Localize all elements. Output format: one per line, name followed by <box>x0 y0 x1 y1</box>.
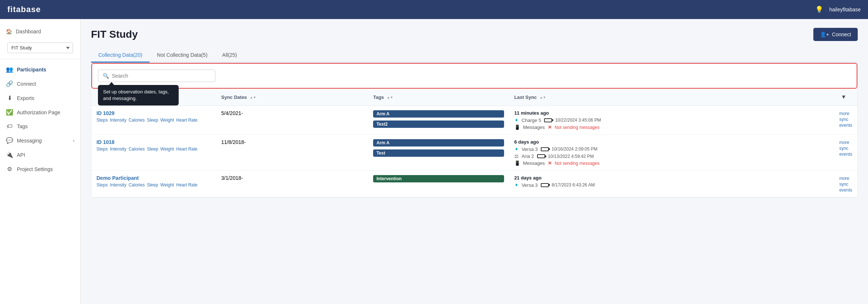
tags-list: Arm A Test <box>373 139 504 158</box>
filter-button[interactable]: ▼ <box>839 92 848 102</box>
participants-icon: 👥 <box>6 66 13 73</box>
data-type-intensity[interactable]: Intensity <box>110 182 127 188</box>
username: haileyfitabase <box>829 7 861 12</box>
sync-dates-value: 3/1/2018- <box>221 175 243 181</box>
connect-icon-btn: 👤+ <box>820 31 829 37</box>
settings-icon: ⚙ <box>6 166 13 173</box>
device-row-aria: ⚖ Aria 2 10/13/2022 4:59:42 PM <box>514 153 829 159</box>
more-sync-cell: more sync events <box>834 106 857 135</box>
more-sync-link[interactable]: more sync events <box>839 176 852 193</box>
participant-id-link[interactable]: ID 1029 <box>96 110 114 116</box>
data-type-weight[interactable]: Weight <box>160 147 174 152</box>
sidebar-item-messaging[interactable]: 💬 Messaging › <box>0 133 80 148</box>
last-sync-cell: 11 minutes ago ✦ Charge 5 10/22/2024 3:4… <box>509 106 834 135</box>
sidebar-item-settings[interactable]: ⚙ Project Settings <box>0 162 80 176</box>
chevron-right-icon: › <box>73 138 74 143</box>
sidebar-item-label: Tags <box>17 123 28 129</box>
tag-test2[interactable]: Test2 <box>373 121 504 128</box>
sidebar-item-label: Authorization Page <box>17 110 60 115</box>
sync-detail: 10/22/2024 3:45:06 PM <box>555 118 601 123</box>
app-logo: fitabase <box>7 5 41 14</box>
last-sync-info: 6 days ago ✦ Versa 3 10/16/2024 2:09:05 … <box>514 139 829 166</box>
data-type-sleep[interactable]: Sleep <box>147 182 158 188</box>
study-selector[interactable]: FIT Study <box>7 42 73 53</box>
tabs: Collecting Data(20) Not Collecting Data(… <box>91 48 858 63</box>
data-type-calories[interactable]: Calories <box>128 147 145 152</box>
sort-arrows-last-sync: ▲▼ <box>540 96 546 99</box>
participant-cell: ID 1018 Steps Intensity Calories Sleep W… <box>91 135 216 171</box>
sidebar-item-exports[interactable]: ⬇ Exports <box>0 91 80 105</box>
search-icon: 🔍 <box>103 73 109 79</box>
col-tags[interactable]: Tags ▲▼ <box>368 89 509 106</box>
data-type-steps[interactable]: Steps <box>96 147 108 152</box>
participants-table-wrapper: 🔍 Set up observation dates, tags, and me… <box>91 63 858 198</box>
data-type-intensity[interactable]: Intensity <box>110 147 127 152</box>
home-icon: 🏠 <box>6 29 12 34</box>
col-last-sync[interactable]: Last Sync ▲▼ <box>509 89 834 106</box>
more-sync-cell: more sync events <box>834 171 857 197</box>
sidebar-item-dashboard[interactable]: 🏠 Dashboard <box>0 25 80 38</box>
search-input[interactable] <box>112 73 211 79</box>
device-name: Charge 5 <box>522 118 541 123</box>
bulb-icon[interactable]: 💡 <box>815 5 823 14</box>
sync-time: 11 minutes ago <box>514 110 829 116</box>
exports-icon: ⬇ <box>6 94 13 101</box>
sync-detail: 10/13/2022 4:59:42 PM <box>548 154 594 159</box>
sidebar-item-connect[interactable]: 🔗 Connect <box>0 77 80 91</box>
sync-dates-cell: 3/1/2018- <box>216 171 368 197</box>
tag-arm-a[interactable]: Arm A <box>373 110 504 118</box>
search-section: 🔍 Set up observation dates, tags, and me… <box>91 63 857 89</box>
more-sync-link[interactable]: more sync events <box>839 140 852 157</box>
tooltip-text: Set up observation dates, tags, and mess… <box>103 89 169 101</box>
battery-icon <box>541 183 549 187</box>
data-type-weight[interactable]: Weight <box>160 182 174 188</box>
phone-icon: 📱 <box>514 160 520 166</box>
more-sync-link[interactable]: more sync events <box>839 111 852 128</box>
battery-icon <box>544 118 552 122</box>
tab-collecting-data[interactable]: Collecting Data(20) <box>91 48 150 63</box>
sidebar-item-authorization[interactable]: ✅ Authorization Page <box>0 105 80 119</box>
tab-not-collecting[interactable]: Not Collecting Data(5) <box>150 48 215 63</box>
connect-icon: 🔗 <box>6 80 13 87</box>
tag-arm-a[interactable]: Arm A <box>373 139 504 147</box>
main-content: FIT Study 👤+ Connect Collecting Data(20)… <box>81 19 868 304</box>
col-sync-dates[interactable]: Sync Dates ▲▼ <box>216 89 368 106</box>
data-type-heart-rate[interactable]: Heart Rate <box>176 147 197 152</box>
participant-id-link[interactable]: ID 1018 <box>96 139 114 145</box>
top-nav-right: 💡 haileyfitabase <box>815 5 861 14</box>
sidebar-item-tags[interactable]: 🏷 Tags <box>0 119 80 133</box>
participant-id-link[interactable]: Demo Participant <box>96 175 139 181</box>
data-type-sleep[interactable]: Sleep <box>147 118 158 123</box>
sidebar-item-label: Messaging <box>17 138 42 144</box>
last-sync-cell: 21 days ago ✦ Versa 3 8/17/2023 6:43:26 … <box>509 171 834 197</box>
sidebar-item-api[interactable]: 🔌 API <box>0 148 80 162</box>
page-title: FIT Study <box>91 29 138 40</box>
sync-detail: 10/16/2024 2:09:05 PM <box>552 147 598 152</box>
tag-intervention[interactable]: Intervention <box>373 175 504 182</box>
data-type-calories[interactable]: Calories <box>128 118 145 123</box>
msg-status: Not sending messages <box>555 125 599 130</box>
data-type-heart-rate[interactable]: Heart Rate <box>176 182 197 188</box>
x-mark: ✕ <box>548 125 552 130</box>
tab-all[interactable]: All(25) <box>215 48 244 63</box>
sync-time: 21 days ago <box>514 175 829 181</box>
tags-cell: Arm A Test <box>368 135 509 171</box>
data-type-steps[interactable]: Steps <box>96 182 108 188</box>
data-type-sleep[interactable]: Sleep <box>147 147 158 152</box>
data-type-intensity[interactable]: Intensity <box>110 118 127 123</box>
x-mark: ✕ <box>548 160 552 166</box>
sync-dates-value: 11/8/2018- <box>221 139 246 145</box>
sidebar: 🏠 Dashboard FIT Study 👥 Participants 🔗 C… <box>0 19 81 304</box>
sidebar-item-participants[interactable]: 👥 Participants <box>0 62 80 77</box>
data-type-calories[interactable]: Calories <box>128 182 145 188</box>
sync-dates-cell: 5/4/2021- <box>216 106 368 135</box>
table-row: ID 1029 Steps Intensity Calories Sleep W… <box>91 106 857 135</box>
tag-test[interactable]: Test <box>373 149 504 157</box>
data-type-weight[interactable]: Weight <box>160 118 174 123</box>
connect-button[interactable]: 👤+ Connect <box>813 28 858 41</box>
phone-icon: 📱 <box>514 125 520 130</box>
device-name: Versa 3 <box>522 147 538 152</box>
data-type-steps[interactable]: Steps <box>96 118 108 123</box>
data-type-heart-rate[interactable]: Heart Rate <box>176 118 197 123</box>
sync-dates-cell: 11/8/2018- <box>216 135 368 171</box>
